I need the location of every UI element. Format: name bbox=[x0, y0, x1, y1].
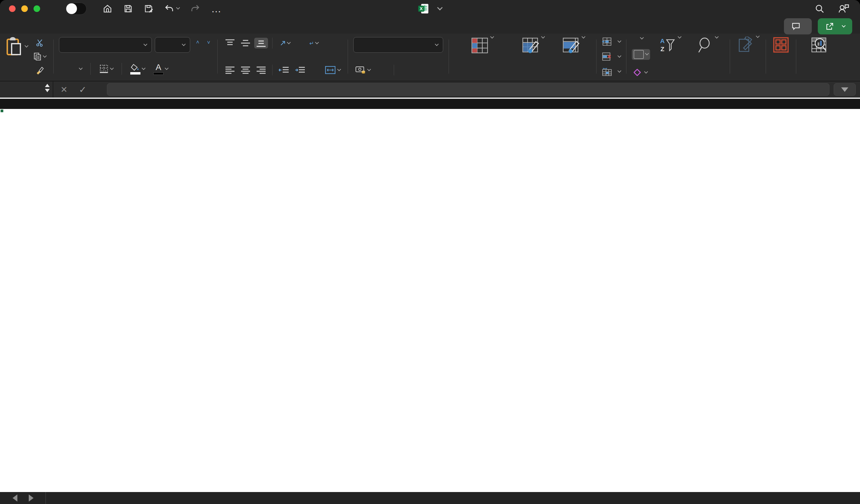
fill-chevron-icon bbox=[645, 51, 649, 55]
borders-button[interactable] bbox=[97, 63, 115, 75]
close-window-button[interactable] bbox=[9, 5, 16, 12]
scissors-icon bbox=[35, 39, 44, 47]
analyse-data-icon bbox=[811, 36, 828, 53]
account-icon[interactable] bbox=[838, 3, 850, 14]
paste-clipboard-icon bbox=[6, 37, 23, 56]
bold-button[interactable] bbox=[59, 68, 62, 70]
clear-button[interactable] bbox=[632, 69, 650, 76]
orientation-button[interactable] bbox=[277, 40, 292, 47]
format-chevron-icon bbox=[617, 69, 621, 73]
more-commands-icon[interactable]: … bbox=[211, 6, 222, 12]
font-group: ˄ ˅ bbox=[58, 36, 213, 77]
cell-styles-button[interactable] bbox=[556, 37, 591, 76]
decrease-indent-button[interactable] bbox=[277, 65, 291, 75]
comments-button[interactable] bbox=[784, 18, 812, 34]
find-select-icon bbox=[696, 37, 713, 53]
middle-align-button[interactable] bbox=[239, 38, 253, 48]
top-align-button[interactable] bbox=[223, 38, 237, 48]
wrap-text-button[interactable]: ↵ bbox=[307, 39, 320, 47]
format-as-table-button[interactable] bbox=[511, 37, 555, 76]
align-left-button[interactable] bbox=[223, 65, 237, 75]
increase-indent-button[interactable] bbox=[293, 65, 307, 75]
cut-button[interactable] bbox=[31, 38, 48, 48]
format-cells-icon bbox=[602, 67, 612, 76]
format-painter-button[interactable] bbox=[31, 65, 48, 75]
paste-button[interactable] bbox=[6, 37, 28, 76]
home-icon[interactable] bbox=[102, 4, 113, 14]
title-chevron-icon[interactable] bbox=[437, 5, 443, 10]
conditional-formatting-button[interactable] bbox=[454, 37, 510, 76]
cancel-entry-icon[interactable]: ✕ bbox=[60, 85, 67, 94]
comment-bubble-icon bbox=[791, 22, 801, 31]
align-center-button[interactable] bbox=[239, 65, 253, 75]
name-box[interactable] bbox=[0, 81, 53, 98]
undo-button[interactable] bbox=[164, 4, 180, 14]
prev-sheet-arrow-icon[interactable] bbox=[13, 494, 17, 502]
insert-cells-icon bbox=[602, 37, 612, 46]
merge-center-button[interactable] bbox=[323, 65, 342, 75]
bottom-align-button[interactable] bbox=[254, 38, 268, 48]
addins-button[interactable] bbox=[770, 36, 792, 77]
save-icon[interactable] bbox=[124, 4, 133, 13]
copy-button[interactable] bbox=[31, 51, 48, 62]
clear-chevron-icon bbox=[644, 70, 648, 74]
merge-center-icon bbox=[325, 65, 336, 75]
delete-cells-button[interactable] bbox=[602, 52, 621, 61]
name-box-spinner[interactable] bbox=[45, 84, 50, 92]
share-chevron-icon bbox=[842, 24, 846, 28]
increase-decimal-button[interactable] bbox=[400, 67, 404, 74]
conditional-formatting-chevron-icon bbox=[490, 35, 494, 39]
number-format-chevron-icon bbox=[435, 42, 439, 46]
decrease-decimal-button[interactable] bbox=[408, 67, 412, 74]
align-right-button[interactable] bbox=[254, 65, 268, 75]
font-size-select[interactable] bbox=[155, 37, 190, 53]
selection-fill-handle[interactable] bbox=[0, 109, 4, 113]
format-as-table-icon bbox=[522, 37, 539, 54]
format-cells-button[interactable] bbox=[602, 67, 621, 76]
excel-app-icon: X bbox=[418, 3, 429, 14]
add-sheet-button[interactable] bbox=[45, 492, 67, 504]
paste-chevron-icon bbox=[25, 44, 28, 48]
italic-button[interactable] bbox=[67, 68, 71, 70]
underline-button[interactable] bbox=[76, 68, 84, 70]
save-as-icon[interactable] bbox=[144, 4, 153, 13]
share-button[interactable] bbox=[818, 18, 852, 34]
font-color-button[interactable]: A bbox=[152, 62, 170, 76]
spreadsheet-grid bbox=[0, 99, 860, 492]
sort-filter-button[interactable]: AZ bbox=[653, 37, 687, 76]
font-name-select[interactable] bbox=[59, 37, 152, 53]
zoom-window-button[interactable] bbox=[33, 5, 40, 12]
sort-filter-chevron-icon bbox=[678, 35, 682, 39]
cell-styles-chevron-icon bbox=[582, 35, 585, 39]
orientation-arrow-icon bbox=[280, 40, 286, 46]
sort-filter-icon: AZ bbox=[659, 37, 676, 53]
ribbon: ˄ ˅ bbox=[0, 33, 860, 81]
confirm-entry-icon[interactable]: ✓ bbox=[79, 85, 86, 95]
font-size-chevron-icon bbox=[182, 42, 186, 46]
underline-chevron-icon bbox=[79, 66, 83, 70]
number-format-select[interactable] bbox=[353, 37, 443, 53]
increase-font-size-button[interactable]: ˄ bbox=[193, 44, 201, 46]
fill-color-button[interactable] bbox=[128, 62, 147, 75]
grid-rows bbox=[0, 109, 860, 492]
accounting-format-button[interactable] bbox=[353, 65, 372, 75]
next-sheet-arrow-icon[interactable] bbox=[29, 494, 33, 502]
find-select-button[interactable] bbox=[690, 37, 725, 76]
sheet-tab-bar bbox=[0, 492, 860, 504]
svg-text:A: A bbox=[660, 38, 664, 44]
decrease-font-size-button[interactable]: ˅ bbox=[204, 43, 212, 47]
insert-cells-button[interactable] bbox=[602, 37, 621, 46]
percent-style-button[interactable] bbox=[376, 69, 380, 71]
expand-formula-bar-button[interactable] bbox=[834, 83, 856, 96]
fill-down-icon bbox=[634, 50, 644, 59]
autosum-button[interactable] bbox=[632, 37, 650, 40]
fill-color-swatch bbox=[130, 72, 141, 75]
comma-style-button[interactable] bbox=[384, 70, 388, 71]
formula-input[interactable] bbox=[107, 83, 830, 96]
find-select-chevron-icon bbox=[715, 35, 719, 39]
fill-button[interactable] bbox=[632, 49, 650, 60]
analyse-data-button[interactable] bbox=[800, 36, 838, 77]
search-icon[interactable] bbox=[815, 4, 825, 14]
minimize-window-button[interactable] bbox=[21, 5, 28, 12]
autosave-toggle[interactable] bbox=[65, 2, 87, 15]
